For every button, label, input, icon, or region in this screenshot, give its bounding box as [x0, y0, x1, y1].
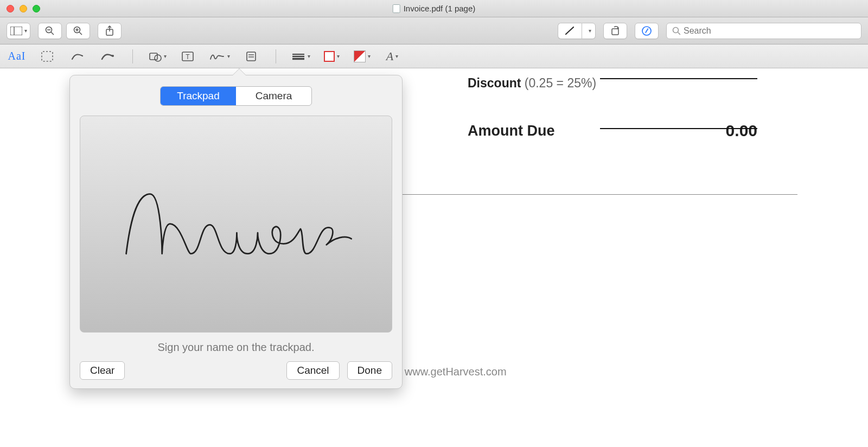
tab-camera[interactable]: Camera	[236, 87, 311, 105]
chevron-down-icon: ▾	[589, 28, 591, 34]
svg-line-3	[51, 32, 54, 35]
main-toolbar: ▾ ▾	[0, 17, 868, 44]
sketch-tool[interactable]	[68, 48, 87, 65]
share-button[interactable]	[98, 23, 122, 39]
discount-field-line	[600, 78, 757, 79]
sign-menu[interactable]: ▾	[209, 48, 230, 65]
border-style-menu[interactable]: ▾	[291, 48, 310, 65]
border-color-swatch	[324, 51, 335, 62]
sidebar-toggle-button[interactable]: ▾	[7, 23, 30, 39]
tab-trackpad[interactable]: Trackpad	[161, 87, 236, 105]
signature-popover: Trackpad Camera Sign your name on the tr…	[69, 75, 403, 389]
draw-tool[interactable]	[99, 48, 117, 65]
rotate-button[interactable]	[603, 23, 627, 39]
svg-point-13	[673, 27, 679, 33]
search-icon	[672, 27, 680, 35]
signature-hint-text: Sign your name on the trackpad.	[70, 341, 402, 354]
document-icon	[393, 4, 400, 13]
toolbar-separator	[132, 49, 133, 63]
signature-stroke	[111, 179, 360, 269]
text-selection-tool[interactable]: AaI	[8, 48, 26, 65]
discount-label: Discount	[468, 76, 521, 90]
search-input[interactable]	[684, 26, 856, 36]
window-title: Invoice.pdf (1 page)	[393, 4, 476, 13]
zoom-out-button[interactable]	[38, 23, 62, 39]
close-window-button[interactable]	[7, 5, 14, 12]
traffic-lights	[7, 5, 40, 12]
font-style-menu[interactable]: A ▾	[383, 48, 401, 65]
zoom-window-button[interactable]	[33, 5, 40, 12]
svg-rect-0	[10, 27, 22, 35]
svg-rect-11	[612, 29, 618, 35]
markup-toolbar: AaI ▾ T ▾ ▾ ▾ ▾ A ▾	[0, 44, 868, 68]
svg-point-18	[155, 55, 161, 61]
amount-due-label: Amount Due	[468, 123, 554, 139]
svg-rect-17	[150, 53, 157, 60]
toolbar-separator	[276, 49, 276, 63]
rectangular-selection-tool[interactable]	[38, 48, 56, 65]
chevron-down-icon: ▾	[337, 53, 340, 59]
highlight-split-button[interactable]: ▾	[558, 23, 596, 39]
done-button[interactable]: Done	[347, 361, 392, 380]
svg-line-6	[79, 32, 82, 35]
trackpad-signature-surface[interactable]	[80, 116, 392, 333]
chevron-down-icon: ▾	[24, 28, 27, 34]
svg-text:T: T	[186, 53, 190, 61]
chevron-down-icon: ▾	[227, 53, 230, 59]
chevron-down-icon: ▾	[164, 53, 167, 59]
highlight-button[interactable]	[558, 23, 582, 39]
discount-hint: (0.25 = 25%)	[525, 76, 596, 90]
titlebar: Invoice.pdf (1 page)	[0, 0, 868, 17]
markup-toggle-button[interactable]	[635, 23, 659, 39]
zoom-in-button[interactable]	[66, 23, 90, 39]
highlight-menu-button[interactable]: ▾	[582, 23, 596, 39]
document-area: Discount (0.25 = 25%) Amount Due 0.00 s …	[0, 68, 868, 447]
chevron-down-icon: ▾	[395, 53, 398, 59]
window-title-text: Invoice.pdf (1 page)	[404, 4, 476, 13]
amount-field-line	[600, 128, 757, 129]
note-tool[interactable]	[242, 48, 260, 65]
svg-line-14	[678, 32, 681, 35]
amount-due-value: 0.00	[726, 122, 757, 140]
cancel-button[interactable]: Cancel	[286, 361, 339, 380]
discount-row: Discount (0.25 = 25%)	[468, 76, 596, 91]
svg-rect-15	[42, 52, 53, 61]
clear-button[interactable]: Clear	[80, 361, 125, 380]
svg-point-16	[112, 55, 114, 57]
text-box-tool[interactable]: T	[178, 48, 197, 65]
signature-source-tabs: Trackpad Camera	[160, 86, 312, 106]
chevron-down-icon: ▾	[308, 53, 310, 59]
fill-color-menu[interactable]: ▾	[353, 48, 371, 65]
svg-rect-21	[247, 52, 256, 61]
fill-color-swatch	[354, 50, 366, 62]
shapes-menu[interactable]: ▾	[148, 48, 167, 65]
search-field[interactable]	[666, 23, 861, 39]
chevron-down-icon: ▾	[368, 53, 371, 59]
border-color-menu[interactable]: ▾	[322, 48, 341, 65]
minimize-window-button[interactable]	[20, 5, 27, 12]
popover-buttons: Clear Cancel Done	[80, 361, 392, 380]
